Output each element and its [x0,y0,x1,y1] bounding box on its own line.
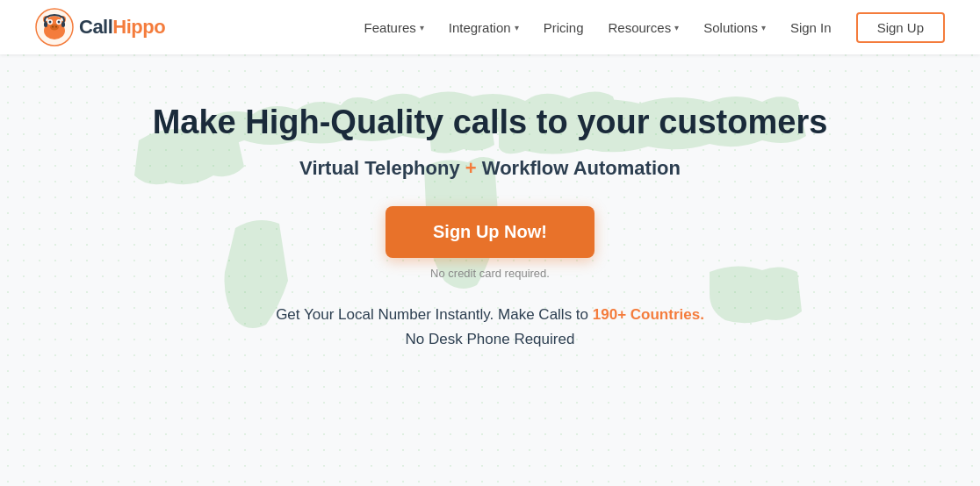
logo-text: CallHippo [79,16,165,39]
nav-links: Features ▾ Integration ▾ Pricing Resourc… [364,12,945,43]
chevron-down-icon: ▾ [420,23,424,32]
nav-item-pricing[interactable]: Pricing [544,20,584,35]
signup-now-button[interactable]: Sign Up Now! [386,206,594,258]
svg-point-12 [52,26,54,28]
svg-point-10 [58,21,61,24]
logo-icon [35,8,74,46]
nav-link-signin[interactable]: Sign In [790,20,832,35]
nav-link-features[interactable]: Features ▾ [364,20,424,35]
nav-link-pricing[interactable]: Pricing [544,20,584,35]
nav-item-signin[interactable]: Sign In [790,20,832,35]
logo[interactable]: CallHippo [35,8,165,46]
nav-item-solutions[interactable]: Solutions ▾ [703,20,766,35]
chevron-down-icon: ▾ [515,23,519,32]
svg-point-13 [55,26,57,28]
svg-rect-15 [61,22,65,27]
svg-point-9 [49,21,52,24]
no-credit-text: No credit card required. [430,267,550,280]
hero-title: Make High-Quality calls to your customer… [153,103,828,143]
hero-description: Get Your Local Number Instantly. Make Ca… [276,303,704,352]
nav-link-resources[interactable]: Resources ▾ [609,20,680,35]
nav-link-integration[interactable]: Integration ▾ [449,20,519,35]
nav-item-resources[interactable]: Resources ▾ [609,20,680,35]
nav-item-signup[interactable]: Sign Up [856,12,945,43]
chevron-down-icon: ▾ [674,23,679,32]
hero-subtitle: Virtual Telephony + Workflow Automation [299,157,681,180]
chevron-down-icon: ▾ [761,23,766,32]
nav-item-features[interactable]: Features ▾ [364,20,424,35]
navbar: CallHippo Features ▾ Integration ▾ Prici… [0,0,980,54]
nav-link-solutions[interactable]: Solutions ▾ [703,20,766,35]
svg-point-11 [50,25,59,31]
svg-rect-14 [44,22,47,27]
hero-section: Make High-Quality calls to your customer… [0,54,980,352]
nav-signup-button[interactable]: Sign Up [856,12,945,43]
nav-item-integration[interactable]: Integration ▾ [449,20,519,35]
